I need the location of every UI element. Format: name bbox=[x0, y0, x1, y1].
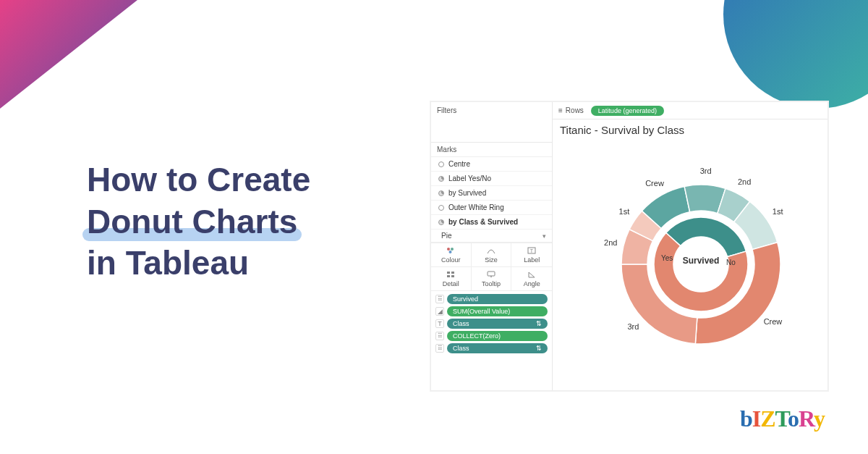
label-button[interactable]: TLabel bbox=[511, 243, 552, 266]
mark-layer-outer-white-ring[interactable]: Outer White Ring bbox=[431, 201, 552, 215]
donut-chart: Crew3rd2nd1stCrew3rd2nd1st Survived Yes … bbox=[567, 153, 820, 383]
tableau-viz-area: ≡Rows Latitude (generated) Titanic - Sur… bbox=[553, 102, 827, 390]
biztory-logo: bIzToRy bbox=[740, 405, 825, 432]
pill-class-colour[interactable]: ⠿Class⇅ bbox=[435, 343, 548, 353]
inner-label-yes: Yes bbox=[661, 254, 673, 262]
sort-icon: ⇅ bbox=[536, 345, 542, 352]
filters-label: Filters bbox=[437, 105, 546, 116]
donut-center-label: Survived bbox=[679, 256, 723, 266]
label-icon: T bbox=[527, 246, 537, 255]
headline-line-2-highlight: Donut Charts bbox=[87, 201, 297, 243]
svg-text:1st: 1st bbox=[619, 207, 630, 216]
tableau-side-panel: Filters Marks Centre Label Yes/No by Sur… bbox=[431, 102, 553, 390]
pie-icon bbox=[438, 219, 444, 225]
svg-text:T: T bbox=[530, 248, 534, 253]
pie-icon bbox=[438, 190, 444, 196]
detail-icon bbox=[446, 270, 456, 279]
svg-text:1st: 1st bbox=[773, 207, 783, 216]
svg-rect-8 bbox=[451, 275, 454, 277]
pill-class-label[interactable]: TClass⇅ bbox=[435, 319, 548, 329]
pie-icon bbox=[438, 176, 444, 182]
headline-line-3: in Tableau bbox=[87, 243, 310, 285]
colour-button[interactable]: Colour bbox=[431, 243, 472, 266]
tableau-screenshot: Filters Marks Centre Label Yes/No by Sur… bbox=[430, 101, 828, 391]
inner-label-no: No bbox=[726, 258, 736, 266]
mark-layer-label-yesno[interactable]: Label Yes/No bbox=[431, 172, 552, 186]
svg-text:Crew: Crew bbox=[764, 317, 783, 326]
mark-buttons: Colour Size TLabel Detail Tooltip Angle bbox=[431, 243, 552, 291]
circle-icon bbox=[438, 205, 444, 211]
tooltip-button[interactable]: Tooltip bbox=[472, 266, 512, 290]
svg-text:3rd: 3rd bbox=[627, 322, 639, 331]
svg-rect-9 bbox=[488, 272, 495, 276]
sort-icon: ⇅ bbox=[536, 320, 542, 327]
decor-circle-tr bbox=[723, 0, 868, 109]
circle-icon bbox=[438, 161, 444, 167]
page-headline: How to Create Donut Charts in Tableau bbox=[87, 159, 310, 285]
rows-shelf[interactable]: ≡Rows Latitude (generated) bbox=[553, 102, 827, 119]
marks-label: Marks bbox=[431, 143, 552, 157]
detail-icon: ⠿ bbox=[435, 332, 444, 340]
angle-icon: ◢ bbox=[435, 307, 444, 316]
svg-rect-7 bbox=[447, 275, 450, 277]
detail-button[interactable]: Detail bbox=[431, 266, 472, 290]
svg-point-1 bbox=[451, 248, 454, 251]
size-button[interactable]: Size bbox=[472, 243, 512, 266]
svg-text:Crew: Crew bbox=[645, 179, 664, 188]
mark-pills: ⠿Survived ◢SUM(Overall Value) TClass⇅ ⠿C… bbox=[431, 291, 552, 356]
svg-text:2nd: 2nd bbox=[738, 177, 751, 186]
colour-icon: ⠿ bbox=[435, 344, 444, 353]
pill-collect-zero[interactable]: ⠿COLLECT(Zero) bbox=[435, 331, 548, 341]
colour-icon: ⠿ bbox=[435, 295, 444, 303]
svg-rect-5 bbox=[447, 272, 450, 274]
angle-button[interactable]: Angle bbox=[511, 266, 552, 290]
colour-icon bbox=[446, 246, 456, 255]
donut-svg: Crew3rd2nd1stCrew3rd2nd1st bbox=[567, 153, 820, 383]
svg-text:2nd: 2nd bbox=[604, 238, 617, 247]
size-icon bbox=[486, 246, 496, 255]
svg-text:3rd: 3rd bbox=[700, 167, 712, 175]
pill-sum-overall-value[interactable]: ◢SUM(Overall Value) bbox=[435, 306, 548, 316]
label-icon: T bbox=[435, 319, 444, 328]
headline-line-1: How to Create bbox=[87, 159, 310, 201]
rows-icon: ≡ bbox=[558, 106, 563, 114]
tooltip-icon bbox=[486, 270, 496, 279]
mark-layer-centre[interactable]: Centre bbox=[431, 157, 552, 172]
angle-icon bbox=[527, 270, 537, 279]
chevron-down-icon: ▾ bbox=[542, 232, 546, 240]
viz-title: Titanic - Survival by Class bbox=[560, 124, 684, 136]
mark-layer-by-survived[interactable]: by Survived bbox=[431, 186, 552, 201]
filters-shelf[interactable]: Filters bbox=[431, 102, 552, 143]
svg-point-0 bbox=[447, 248, 450, 251]
svg-rect-6 bbox=[451, 272, 454, 274]
mark-layer-by-class-survived[interactable]: by Class & Survived bbox=[431, 215, 552, 230]
pill-survived[interactable]: ⠿Survived bbox=[435, 294, 548, 304]
rows-pill-latitude[interactable]: Latitude (generated) bbox=[591, 106, 664, 116]
mark-type-dropdown[interactable]: Pie ▾ bbox=[431, 230, 552, 243]
svg-point-2 bbox=[449, 251, 452, 253]
decor-triangle-tl bbox=[0, 0, 137, 109]
